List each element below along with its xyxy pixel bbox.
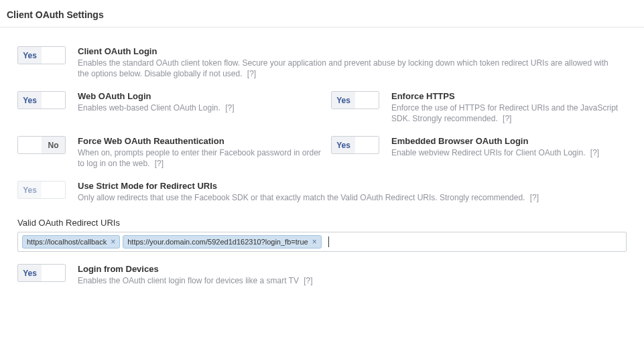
client-oauth-login-toggle[interactable]: Yes bbox=[17, 46, 66, 64]
help-icon[interactable]: [?] bbox=[503, 113, 511, 124]
redirect-uri-tag[interactable]: https://localhost/callback × bbox=[22, 235, 120, 249]
web-oauth-login-toggle[interactable]: Yes bbox=[17, 91, 66, 109]
embedded-browser-toggle[interactable]: Yes bbox=[331, 136, 379, 154]
login-from-devices-title: Login from Devices bbox=[78, 264, 326, 274]
login-from-devices-desc: Enables the OAuth client login flow for … bbox=[78, 275, 326, 286]
redirect-uri-text: https://your.domain.com/592ed1d162310?lo… bbox=[127, 238, 308, 246]
web-oauth-login-title: Web OAuth Login bbox=[78, 91, 326, 101]
toggle-blank bbox=[42, 182, 65, 198]
toggle-label: Yes bbox=[18, 265, 42, 281]
enforce-https-desc: Enforce the use of HTTPS for Redirect UR… bbox=[391, 102, 621, 124]
redirect-uri-text: https://localhost/callback bbox=[27, 238, 107, 246]
toggle-blank bbox=[42, 47, 65, 64]
toggle-blank bbox=[18, 137, 42, 153]
redirect-uri-tag[interactable]: https://your.domain.com/592ed1d162310?lo… bbox=[123, 235, 321, 249]
client-oauth-login-desc: Enables the standard OAuth client token … bbox=[78, 58, 621, 79]
redirect-uris-label: Valid OAuth Redirect URIs bbox=[17, 218, 627, 228]
force-reauth-title: Force Web OAuth Reauthentication bbox=[78, 136, 326, 146]
strict-mode-title: Use Strict Mode for Redirect URIs bbox=[78, 181, 621, 191]
page-title: Client OAuth Settings bbox=[0, 0, 644, 27]
help-icon[interactable]: [?] bbox=[155, 158, 164, 169]
strict-mode-toggle: Yes bbox=[17, 181, 66, 199]
login-from-devices-toggle[interactable]: Yes bbox=[17, 264, 66, 282]
enforce-https-toggle[interactable]: Yes bbox=[331, 91, 379, 109]
remove-uri-icon[interactable]: × bbox=[312, 238, 317, 246]
toggle-label: Yes bbox=[18, 47, 42, 64]
help-icon[interactable]: [?] bbox=[530, 192, 539, 203]
embedded-browser-desc: Enable webview Redirect URIs for Client … bbox=[391, 147, 621, 158]
strict-mode-desc: Only allow redirects that use the Facebo… bbox=[78, 192, 621, 203]
toggle-blank bbox=[355, 137, 379, 153]
help-icon[interactable]: [?] bbox=[225, 102, 234, 113]
web-oauth-login-desc: Enables web-based Client OAuth Login. [?… bbox=[78, 102, 326, 113]
toggle-label: Yes bbox=[18, 92, 42, 109]
remove-uri-icon[interactable]: × bbox=[111, 238, 115, 246]
client-oauth-login-title: Client OAuth Login bbox=[78, 46, 621, 56]
redirect-uris-input[interactable]: https://localhost/callback × https://you… bbox=[17, 232, 627, 252]
force-reauth-toggle[interactable]: No bbox=[17, 136, 66, 154]
force-reauth-desc: When on, prompts people to enter their F… bbox=[78, 147, 326, 169]
toggle-label: No bbox=[42, 137, 65, 153]
help-icon[interactable]: [?] bbox=[304, 275, 312, 286]
toggle-blank bbox=[355, 92, 379, 109]
toggle-blank bbox=[42, 92, 65, 109]
toggle-label: Yes bbox=[332, 137, 355, 153]
embedded-browser-title: Embedded Browser OAuth Login bbox=[391, 136, 621, 146]
help-icon[interactable]: [?] bbox=[247, 68, 256, 79]
enforce-https-title: Enforce HTTPS bbox=[391, 91, 621, 101]
help-icon[interactable]: [?] bbox=[590, 147, 599, 158]
toggle-label: Yes bbox=[18, 182, 42, 198]
text-caret-icon bbox=[328, 236, 329, 247]
toggle-label: Yes bbox=[332, 92, 355, 109]
toggle-blank bbox=[42, 265, 65, 281]
